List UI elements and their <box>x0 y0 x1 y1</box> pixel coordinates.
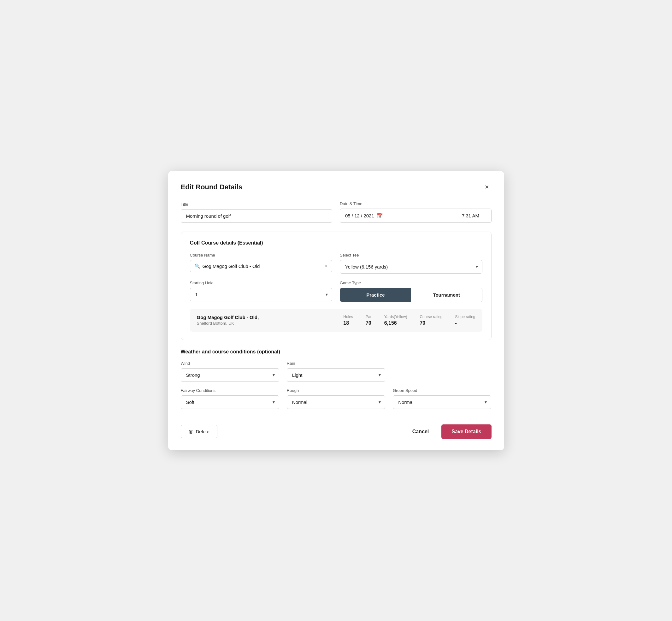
delete-button[interactable]: 🗑 Delete <box>181 425 217 438</box>
trash-icon: 🗑 <box>189 429 194 434</box>
delete-label: Delete <box>196 429 209 434</box>
weather-section: Weather and course conditions (optional)… <box>181 349 492 409</box>
course-tee-row: Course Name 🔍 Gog Magog Golf Club - Old … <box>190 253 482 274</box>
date-value: 05 / 12 / 2021 <box>345 213 374 218</box>
wind-field: Wind Strong Calm Light Moderate Very Str… <box>181 361 279 382</box>
rough-field: Rough Normal Short Long Very Long ▾ <box>287 388 385 409</box>
par-label: Par <box>366 315 372 319</box>
date-time-row: 05 / 12 / 2021 📅 7:31 AM <box>340 209 492 223</box>
course-name-input[interactable]: 🔍 Gog Magog Golf Club - Old × <box>190 260 333 272</box>
rain-label: Rain <box>287 361 385 366</box>
fairway-dropdown[interactable]: Soft Normal Firm Hard <box>181 396 279 409</box>
starting-hole-label: Starting Hole <box>190 281 333 285</box>
golf-course-section: Golf Course details (Essential) Course N… <box>181 232 492 340</box>
wind-wrapper: Strong Calm Light Moderate Very Strong ▾ <box>181 368 279 382</box>
title-input[interactable] <box>181 209 333 223</box>
course-stats: Holes 18 Par 70 Yards(Yellow) 6,156 Cour… <box>343 315 475 326</box>
par-value: 70 <box>366 320 371 326</box>
wind-label: Wind <box>181 361 279 366</box>
slope-rating-label: Slope rating <box>455 315 475 319</box>
course-info-row: Gog Magog Golf Club - Old, Shelford Bott… <box>190 309 482 332</box>
green-speed-field: Green Speed Normal Slow Fast Very Fast ▾ <box>393 388 491 409</box>
modal-header: Edit Round Details × <box>181 182 492 192</box>
search-icon: 🔍 <box>195 263 200 268</box>
clear-course-icon[interactable]: × <box>325 263 328 268</box>
select-tee-dropdown[interactable]: Yellow (6,156 yards) <box>340 260 482 274</box>
modal-title: Edit Round Details <box>181 183 243 191</box>
edit-round-modal: Edit Round Details × Title Date & Time 0… <box>168 171 504 450</box>
fairway-label: Fairway Conditions <box>181 388 279 393</box>
course-rating-value: 70 <box>420 320 425 326</box>
weather-title: Weather and course conditions (optional) <box>181 349 492 355</box>
rough-label: Rough <box>287 388 385 393</box>
top-row: Title Date & Time 05 / 12 / 2021 📅 7:31 … <box>181 201 492 223</box>
course-info-name: Gog Magog Golf Club - Old, Shelford Bott… <box>197 315 344 326</box>
date-part[interactable]: 05 / 12 / 2021 📅 <box>340 209 450 222</box>
select-tee-wrapper: Yellow (6,156 yards) ▾ <box>340 260 482 274</box>
rain-wrapper: Light None Moderate Heavy ▾ <box>287 368 385 382</box>
starting-hole-dropdown[interactable]: 1 <box>190 288 333 301</box>
starting-hole-wrapper: 1 ▾ <box>190 288 333 301</box>
footer-row: 🗑 Delete Cancel Save Details <box>181 418 492 439</box>
close-button[interactable]: × <box>482 182 492 192</box>
select-tee-label: Select Tee <box>340 253 482 257</box>
fairway-wrapper: Soft Normal Firm Hard ▾ <box>181 396 279 409</box>
course-rating-stat: Course rating 70 <box>420 315 442 326</box>
holes-stat: Holes 18 <box>343 315 353 326</box>
yards-label: Yards(Yellow) <box>384 315 407 319</box>
holes-value: 18 <box>343 320 349 326</box>
green-speed-dropdown[interactable]: Normal Slow Fast Very Fast <box>393 396 491 409</box>
green-speed-wrapper: Normal Slow Fast Very Fast ▾ <box>393 396 491 409</box>
starting-hole-group: Starting Hole 1 ▾ <box>190 281 333 302</box>
rain-field: Rain Light None Moderate Heavy ▾ <box>287 361 385 382</box>
golf-section-title: Golf Course details (Essential) <box>190 240 482 246</box>
tournament-button[interactable]: Tournament <box>411 288 482 302</box>
time-part[interactable]: 7:31 AM <box>450 209 491 222</box>
course-rating-label: Course rating <box>420 315 442 319</box>
rain-dropdown[interactable]: Light None Moderate Heavy <box>287 368 385 382</box>
footer-right: Cancel Save Details <box>406 424 492 439</box>
game-type-group: Game Type Practice Tournament <box>340 281 482 302</box>
cancel-button[interactable]: Cancel <box>406 425 435 438</box>
course-name-group: Course Name 🔍 Gog Magog Golf Club - Old … <box>190 253 333 274</box>
course-location: Shelford Bottom, UK <box>197 321 344 326</box>
rough-wrapper: Normal Short Long Very Long ▾ <box>287 396 385 409</box>
holes-label: Holes <box>343 315 353 319</box>
slope-rating-value: - <box>455 320 457 326</box>
par-stat: Par 70 <box>366 315 372 326</box>
fairway-field: Fairway Conditions Soft Normal Firm Hard… <box>181 388 279 409</box>
course-name-label: Course Name <box>190 253 333 257</box>
hole-gametype-row: Starting Hole 1 ▾ Game Type Practice Tou… <box>190 281 482 302</box>
conditions-row: Fairway Conditions Soft Normal Firm Hard… <box>181 388 492 409</box>
save-button[interactable]: Save Details <box>442 424 491 439</box>
course-full-name: Gog Magog Golf Club - Old, <box>197 315 344 320</box>
title-label: Title <box>181 202 333 207</box>
course-name-value: Gog Magog Golf Club - Old <box>203 263 323 269</box>
wind-dropdown[interactable]: Strong Calm Light Moderate Very Strong <box>181 368 279 382</box>
green-speed-label: Green Speed <box>393 388 491 393</box>
slope-rating-stat: Slope rating - <box>455 315 475 326</box>
yards-stat: Yards(Yellow) 6,156 <box>384 315 407 326</box>
date-field-group: Date & Time 05 / 12 / 2021 📅 7:31 AM <box>340 201 492 223</box>
rough-dropdown[interactable]: Normal Short Long Very Long <box>287 396 385 409</box>
select-tee-group: Select Tee Yellow (6,156 yards) ▾ <box>340 253 482 274</box>
game-type-label: Game Type <box>340 281 482 285</box>
yards-value: 6,156 <box>384 320 397 326</box>
game-type-toggle: Practice Tournament <box>340 288 482 302</box>
practice-button[interactable]: Practice <box>340 288 411 302</box>
calendar-icon: 📅 <box>377 213 383 219</box>
time-value: 7:31 AM <box>462 213 479 218</box>
title-field-group: Title <box>181 202 333 223</box>
date-time-label: Date & Time <box>340 201 492 206</box>
wind-rain-row: Wind Strong Calm Light Moderate Very Str… <box>181 361 492 382</box>
